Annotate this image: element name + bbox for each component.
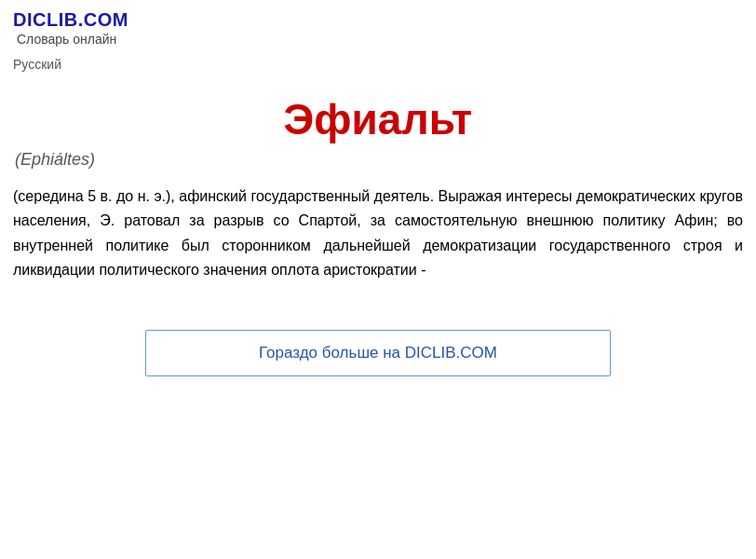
- word-transcription: (Ephiáltes): [13, 150, 743, 170]
- language-label: Русский: [0, 51, 756, 72]
- word-title: Эфиальт: [13, 94, 743, 144]
- site-title[interactable]: DICLIB.COM: [13, 9, 743, 31]
- cta-button[interactable]: Гораздо больше на DICLIB.COM: [145, 330, 611, 376]
- cta-container: Гораздо больше на DICLIB.COM: [0, 330, 756, 376]
- main-content: Эфиальт (Ephiáltes) (середина 5 в. до н.…: [0, 72, 756, 302]
- definition-text: (середина 5 в. до н. э.), афинский госуд…: [13, 184, 743, 283]
- site-subtitle: Словарь онлайн: [17, 32, 116, 47]
- header: DICLIB.COM Словарь онлайн: [0, 0, 756, 51]
